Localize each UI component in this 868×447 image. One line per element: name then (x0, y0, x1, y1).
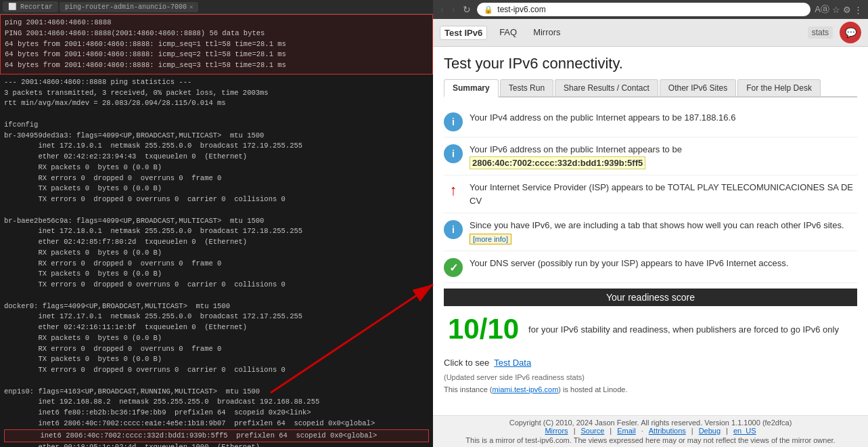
isp-info-text: Your Internet Service Provider (ISP) app… (470, 181, 857, 207)
nav-link-test-ipv6[interactable]: Test IPv6 (440, 26, 487, 40)
tab-other-ipv6-sites[interactable]: Other IPv6 Sites (660, 79, 736, 96)
terminal-line (4, 109, 429, 120)
terminal-line: RX packets 0 bytes 0 (0.0 B) (4, 333, 429, 344)
nav-link-mirrors[interactable]: Mirrors (529, 26, 564, 40)
dns-info-text: Your DNS server (possibly run by your IS… (470, 257, 857, 270)
readiness-body: 10/10 for your IPv6 stability and readin… (444, 306, 857, 352)
terminal-line: TX packets 0 bytes 0 (0.0 B) (4, 184, 429, 194)
readiness-section: Your readiness score 10/10 for your IPv6… (444, 289, 857, 352)
footer-copyright: Copyright (C) 2010, 2024 Jason Fesler. A… (440, 419, 861, 427)
terminal-line: rtt min/avg/max/mdev = 28.083/28.094/28.… (4, 98, 429, 109)
terminal-line: 64 bytes from 2001:4860:4860::8888: icmp… (5, 60, 428, 71)
ipv6-address-highlight: 2806:40c:7002:cccc:332d:bdd1:939b:5ff5 (470, 156, 645, 169)
site-nav-links: Test IPv6 FAQ Mirrors (440, 26, 565, 40)
terminal-tab-bar: ⬜ Recortar ping-router-admin-anuncio-700… (0, 0, 433, 14)
address-bar[interactable]: 🔒 test-ipv6.com (477, 3, 810, 16)
terminal-line: br-304959ded3a3: flags=4099<UP,BROADCAST… (4, 131, 429, 142)
info-icon-tab: i (444, 220, 463, 239)
footer-link-lang[interactable]: en_US (733, 427, 756, 435)
terminal-line: RX errors 0 dropped 0 overruns 0 frame 0 (4, 344, 429, 355)
test-data-link[interactable]: Test Data (494, 358, 531, 368)
stats-button[interactable]: stats (808, 26, 833, 39)
readiness-score: 10/10 (448, 313, 519, 345)
terminal-line: 3 packets transmitted, 3 received, 0% pa… (4, 88, 429, 99)
ipv4-info-row: i Your IPv4 address on the public Intern… (444, 106, 857, 137)
terminal-line: 64 bytes from 2001:4860:4860::8888: icmp… (5, 49, 428, 60)
browser-chrome: ‹ › ↻ 🔒 test-ipv6.com Aⓐ ☆ ⚙ ⋮ (433, 0, 868, 19)
terminal-line: RX errors 0 dropped 0 overruns 0 frame 0 (4, 173, 429, 184)
terminal-line: TX errors 0 dropped 0 overruns 0 carrier… (4, 280, 429, 291)
site-content: Test your IPv6 connectivity. Summary Tes… (433, 47, 868, 415)
tab-tests-run[interactable]: Tests Run (500, 79, 553, 96)
terminal-line: docker0: flags=4099<UP,BROADCAST,MULTICA… (4, 301, 429, 312)
footer-link-debug[interactable]: Debug (699, 427, 721, 435)
footer-sep: | (726, 427, 728, 435)
content-tabs: Summary Tests Run Share Results / Contac… (444, 79, 857, 98)
back-button[interactable]: ‹ (438, 4, 446, 15)
green-check-icon: ✓ (444, 258, 463, 277)
terminal-line: TX errors 0 dropped 0 overruns 0 carrier… (4, 365, 429, 376)
instance-link[interactable]: miami.test-ipv6.com (493, 385, 559, 393)
close-icon[interactable]: ✕ (189, 3, 193, 11)
chat-icon[interactable]: 💬 (840, 22, 861, 43)
footer-link-source[interactable]: Source (580, 427, 604, 435)
terminal-panel: ⬜ Recortar ping-router-admin-anuncio-700… (0, 0, 433, 447)
isp-info-row: ↑ Your Internet Service Provider (ISP) a… (444, 175, 857, 213)
footer-link-email[interactable]: Email (617, 427, 636, 435)
footer-links: Mirrors | Source | Email · Attributions … (440, 427, 861, 435)
footer-sep: · (641, 427, 643, 435)
tab-help-desk[interactable]: For the Help Desk (737, 79, 821, 96)
footer-link-attributions[interactable]: Attributions (649, 427, 686, 435)
forward-button[interactable]: › (450, 4, 457, 15)
terminal-line: ping 2001:4860:4860::8888 (5, 18, 428, 28)
footer-sep: | (691, 427, 693, 435)
footer-mirror-note: This is a mirror of test-ipv6.com. The v… (440, 436, 861, 444)
terminal-line: RX packets 0 bytes 0 (0.0 B) (4, 163, 429, 173)
tab-share-results[interactable]: Share Results / Contact (555, 79, 658, 96)
terminal-line: TX packets 0 bytes 0 (0.0 B) (4, 354, 429, 365)
terminal-line: inet6 2806:40c:7002:cccc:ea1e:4e5e:1b18:… (4, 419, 429, 429)
readiness-header: Your readiness score (444, 289, 857, 306)
ipv4-info-text: Your IPv4 address on the public Internet… (470, 111, 857, 125)
terminal-line: ether 00:18:95:1c:02:4d txqueuelen 1000 … (4, 442, 429, 447)
info-icon-ipv6: i (444, 144, 463, 163)
dns-info-row: ✓ Your DNS server (possibly run by your … (444, 251, 857, 283)
ipv6-info-text: Your IPv6 address on the public Internet… (470, 143, 857, 169)
terminal-line: inet6 2806:40c:7002:cccc:332d:bdd1:939b:… (4, 429, 429, 443)
terminal-line: inet 172.19.0.1 netmask 255.255.0.0 broa… (4, 141, 429, 152)
lock-icon: 🔒 (484, 5, 493, 14)
site-footer: Copyright (C) 2010, 2024 Jason Fesler. A… (433, 415, 868, 447)
footer-sep: | (610, 427, 612, 435)
terminal-tab-ping[interactable]: ping-router-admin-anuncio-7000 ✕ (60, 2, 198, 12)
translate-icon[interactable]: Aⓐ (815, 3, 829, 16)
footer-sep: | (574, 427, 576, 435)
tab-summary[interactable]: Summary (444, 79, 499, 98)
footer-link-mirrors[interactable]: Mirrors (545, 427, 568, 435)
reload-button[interactable]: ↻ (461, 4, 473, 15)
terminal-line (4, 205, 429, 216)
browser-panel: ‹ › ↻ 🔒 test-ipv6.com Aⓐ ☆ ⚙ ⋮ Test IPv6… (433, 0, 868, 447)
terminal-line: RX packets 0 bytes 0 (0.0 B) (4, 248, 429, 259)
tab-info-row: i Since you have IPv6, we are including … (444, 213, 857, 251)
terminal-line: ifconfig (4, 120, 429, 131)
red-arrow-icon: ↑ (444, 181, 463, 200)
hosted-text: This instance (miami.test-ipv6.com) is h… (444, 384, 857, 395)
page-title: Test your IPv6 connectivity. (444, 55, 857, 72)
address-text: test-ipv6.com (497, 5, 545, 14)
bookmark-icon[interactable]: ☆ (832, 5, 840, 15)
readiness-description: for your IPv6 stability and readiness, w… (528, 324, 839, 335)
terminal-line: --- 2001:4860:4860::8888 ping statistics… (4, 77, 429, 88)
tab-info-text: Since you have IPv6, we are including a … (470, 219, 857, 245)
terminal-tab-label-ping: ping-router-admin-anuncio-7000 (65, 3, 187, 11)
more-info-link[interactable]: [more info] (470, 234, 511, 244)
terminal-line: ether 02:42:85:f7:80:2d txqueuelen 0 (Et… (4, 237, 429, 248)
nav-link-faq[interactable]: FAQ (495, 26, 521, 40)
more-icon[interactable]: ⋮ (854, 5, 863, 15)
info-icon-ipv4: i (444, 112, 463, 131)
terminal-tab-label: ⬜ Recortar (8, 3, 53, 11)
site-nav: Test IPv6 FAQ Mirrors stats 💬 (433, 19, 868, 47)
terminal-line: ether 02:42:e2:23:94:43 txqueuelen 0 (Et… (4, 152, 429, 163)
extensions-icon[interactable]: ⚙ (843, 5, 851, 15)
terminal-tab-recortar[interactable]: ⬜ Recortar (3, 1, 58, 12)
terminal-line: RX errors 0 dropped 0 overruns 0 frame 0 (4, 259, 429, 270)
